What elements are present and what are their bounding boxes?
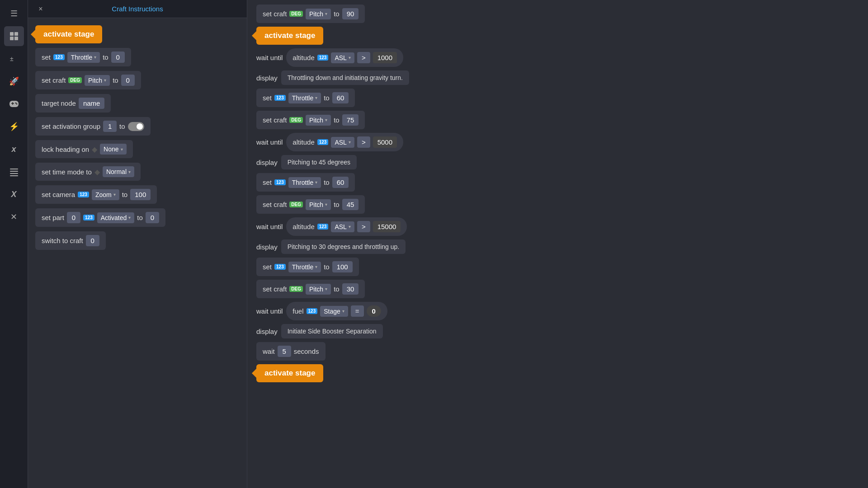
set-part-block: set part 0 123 Activated ▾ to 0 xyxy=(35,208,240,227)
to-label-1: to xyxy=(103,53,108,61)
r-stage-chevron: ▾ xyxy=(342,309,344,314)
svg-rect-11 xyxy=(10,171,18,172)
r-throttle-dropdown-4[interactable]: Throttle ▾ xyxy=(288,262,321,272)
r-pitch-value-2[interactable]: 75 xyxy=(342,114,359,126)
camera-zoom-label: Zoom xyxy=(95,191,112,198)
set-activation-group-block: set activation group 1 to xyxy=(35,117,240,136)
grid-icon[interactable] xyxy=(4,26,24,46)
x3-icon[interactable]: ✕ xyxy=(4,207,24,227)
r-throttle-value-2[interactable]: 60 xyxy=(332,92,349,103)
close-button[interactable]: × xyxy=(35,4,46,14)
r-set-craft-label-2: set craft xyxy=(263,116,287,124)
svg-rect-12 xyxy=(10,173,18,174)
r-asl-dropdown-3[interactable]: ASL ▾ xyxy=(331,221,354,232)
r-pitch-dropdown-4[interactable]: Pitch ▾ xyxy=(306,284,331,295)
r-set-craft-pitch-90-container: set craft DEG Pitch ▾ to 90 xyxy=(256,5,365,23)
r-throttle-dropdown-2[interactable]: Throttle ▾ xyxy=(288,93,321,103)
switch-craft-value[interactable]: 0 xyxy=(86,235,99,246)
camera-zoom-chevron: ▾ xyxy=(113,192,116,197)
r-to-2: to xyxy=(324,94,330,102)
controller-icon[interactable] xyxy=(4,94,24,114)
r-set-label-4: set xyxy=(263,263,272,271)
pitch-value[interactable]: 0 xyxy=(121,75,135,86)
r-stage-dropdown[interactable]: Stage ▾ xyxy=(320,306,348,317)
r-activate-stage-label[interactable]: activate stage xyxy=(256,27,323,45)
r-to-7: to xyxy=(334,285,340,293)
r-pitch-dropdown-1[interactable]: Pitch ▾ xyxy=(306,9,331,19)
x-var-icon[interactable]: x xyxy=(4,139,24,159)
r-throttle-label-3: Throttle xyxy=(292,179,313,186)
panel-title: Craft Instructions xyxy=(112,5,163,13)
r-pitch-value-4[interactable]: 30 xyxy=(342,283,359,295)
set-time-label: set time mode to xyxy=(42,168,92,176)
badge-deg-pitch: DEG xyxy=(68,77,82,83)
r-asl-chevron-2: ▾ xyxy=(349,140,351,145)
set-part-label: set part xyxy=(42,214,64,221)
rocket-icon[interactable]: 🚀 xyxy=(4,71,24,91)
time-mode-dropdown[interactable]: Normal ▾ xyxy=(103,166,134,177)
to-label-5: to xyxy=(137,214,143,221)
r-set-craft-label-4: set craft xyxy=(263,285,287,293)
target-node-value[interactable]: name xyxy=(79,98,105,109)
menu-icon[interactable]: ☰ xyxy=(4,4,24,23)
r-wait-until-label-2: wait until xyxy=(256,138,283,146)
r-throttle-value-4[interactable]: 100 xyxy=(332,261,353,272)
r-badge-deg-1: DEG xyxy=(289,11,303,17)
throttle-label: Throttle xyxy=(71,54,92,61)
heading-dropdown[interactable]: None ▾ xyxy=(100,144,126,155)
r-to-6: to xyxy=(324,263,330,271)
r-wait-seconds-container: wait 5 seconds xyxy=(256,342,326,361)
set-label: set xyxy=(42,53,51,61)
to-label-2: to xyxy=(113,76,118,84)
set-part-value1[interactable]: 0 xyxy=(67,212,80,223)
r-badge-deg-4: DEG xyxy=(289,286,303,292)
r-pitch-value-3[interactable]: 45 xyxy=(342,199,359,210)
r-asl-dropdown-2[interactable]: ASL ▾ xyxy=(331,137,354,148)
to-label-3: to xyxy=(119,122,125,130)
set-craft-pitch-block: set craft DEG Pitch ▾ to 0 xyxy=(35,71,240,89)
lightning-icon[interactable]: ⚡ xyxy=(4,117,24,136)
r-cond-value-1[interactable]: 1000 xyxy=(373,52,397,63)
r-throttle-dropdown-3[interactable]: Throttle ▾ xyxy=(288,177,321,188)
set-part-value2[interactable]: 0 xyxy=(146,212,159,223)
r-pitch-value-1[interactable]: 90 xyxy=(342,8,359,19)
r-altitude-condition-1: altitude 123 ASL ▾ > 1000 xyxy=(286,48,403,67)
set-time-mode-block: set time mode to ◆ Normal ▾ xyxy=(35,163,240,181)
activation-toggle[interactable] xyxy=(128,122,144,131)
time-mode-label: Normal xyxy=(106,168,127,175)
r-wait-until-label-4: wait until xyxy=(256,307,283,315)
r-cond-value-3[interactable]: 15000 xyxy=(373,221,401,232)
set-time-container: set time mode to ◆ Normal ▾ xyxy=(35,163,141,181)
r-set-label-3: set xyxy=(263,178,272,186)
math-icon[interactable]: ± xyxy=(4,49,24,69)
x2-icon[interactable]: X xyxy=(4,184,24,204)
switch-craft-block: switch to craft 0 xyxy=(35,231,240,250)
r-cond-value-2[interactable]: 5000 xyxy=(373,136,397,148)
r-pitch-dropdown-2[interactable]: Pitch ▾ xyxy=(306,115,331,126)
r-set-label-2: set xyxy=(263,94,272,102)
activate-stage-label[interactable]: activate stage xyxy=(35,25,102,43)
activation-group-value[interactable]: 1 xyxy=(103,121,117,132)
r-pitch-dropdown-3[interactable]: Pitch ▾ xyxy=(306,199,331,210)
r-operator-1: > xyxy=(357,52,370,63)
list-icon[interactable] xyxy=(4,162,24,182)
activated-dropdown[interactable]: Activated ▾ xyxy=(97,212,135,223)
camera-zoom-value[interactable]: 100 xyxy=(130,189,151,200)
pitch-dropdown[interactable]: Pitch ▾ xyxy=(85,75,110,86)
camera-zoom-dropdown[interactable]: Zoom ▾ xyxy=(92,189,119,200)
r-activate-stage-bottom-label[interactable]: activate stage xyxy=(256,364,323,382)
badge-123-camera: 123 xyxy=(78,192,89,197)
r-asl-dropdown-1[interactable]: ASL ▾ xyxy=(331,52,354,63)
pitch-chevron: ▾ xyxy=(104,78,106,83)
activate-stage-block: activate stage xyxy=(35,25,240,43)
throttle-value[interactable]: 0 xyxy=(111,52,125,63)
r-throttle-value-3[interactable]: 60 xyxy=(332,177,349,188)
throttle-dropdown[interactable]: Throttle ▾ xyxy=(67,52,100,63)
right-wait-until-5000: wait until altitude 123 ASL ▾ > 5000 xyxy=(256,133,859,151)
heading-label: None xyxy=(104,145,118,153)
r-pitch-chevron-2: ▾ xyxy=(325,117,327,122)
r-fuel-value[interactable]: 0 xyxy=(367,305,381,317)
r-display-text-4: Initiate Side Booster Separation xyxy=(281,324,383,338)
r-display-label-1: display xyxy=(256,74,278,82)
r-wait-value[interactable]: 5 xyxy=(278,346,291,357)
